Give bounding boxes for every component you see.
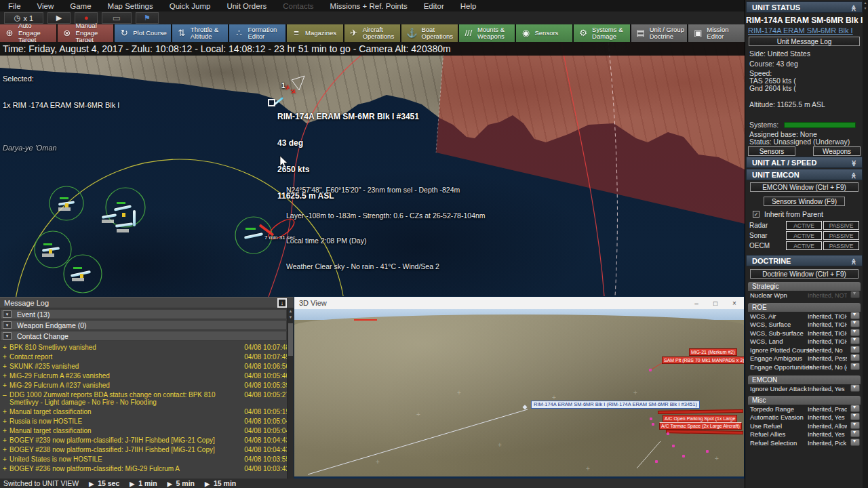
menu-item[interactable]: View — [37, 2, 54, 10]
time-step-button[interactable]: 5 min — [167, 479, 195, 487]
toolbar-button[interactable]: /// Mounts &Weapons — [459, 24, 515, 42]
emcon-window-button[interactable]: EMCON Window (Ctrl + F9) — [750, 182, 859, 192]
menu-item[interactable]: Missions + Ref. Points — [330, 2, 408, 10]
facility-label[interactable]: A/C Open Parking Spot (1x Large — [663, 415, 737, 422]
dropdown-button[interactable] — [850, 354, 860, 361]
sensors-window-button[interactable]: Sensors Window (F9) — [764, 197, 845, 206]
menu-item[interactable]: File — [8, 2, 21, 10]
magazines-icon: ≡ — [292, 28, 301, 38]
toolbar-button[interactable]: ⊕ Auto EngageTarget — [0, 24, 56, 42]
dropdown-button[interactable] — [850, 413, 860, 420]
collapse-icon[interactable] — [3, 332, 12, 340]
menu-item[interactable]: Unit Orders — [226, 2, 267, 10]
active-button[interactable]: ACTIVE — [786, 241, 822, 250]
3d-scene[interactable]: + + + + + + + + + MiG-21 (Merkum #2) SAM… — [294, 309, 744, 476]
facility-label[interactable]: A/C Tarmac Space (2x Large Aircraft) — [659, 422, 742, 430]
passive-button[interactable]: PASSIVE — [823, 241, 859, 250]
log-entry-text: DDG 1000 Zumwalt reports BDA status chan… — [9, 391, 225, 406]
time-step-button[interactable]: 1 min — [130, 479, 157, 487]
menu-item[interactable]: Map Settings — [108, 2, 153, 10]
log-entry-time: 04/08 10:06:50 — [240, 363, 290, 370]
log-scrollbar[interactable]: ▲▼ — [287, 308, 294, 479]
toolbar-button[interactable]: ↻ Plot Course — [115, 24, 171, 42]
sea-name-label: Darya-ye 'Oman — [3, 144, 57, 152]
dropdown-button[interactable] — [850, 337, 860, 344]
toolbar-button[interactable]: ✈ AircraftOperations — [344, 24, 401, 42]
menu-item[interactable]: Quick Jump — [170, 2, 211, 10]
log-scroll-thumb[interactable] — [288, 323, 293, 356]
section-header-emcon[interactable]: UNIT EMCON — [746, 169, 863, 180]
time-step-button[interactable]: 15 min — [205, 479, 236, 487]
menu-item[interactable]: Contacts — [283, 2, 313, 10]
time-step-button[interactable]: 15 sec — [89, 479, 119, 487]
log-group-header[interactable]: Event (13) — [0, 309, 287, 319]
maximize-icon[interactable]: □ — [706, 297, 725, 309]
dropdown-button[interactable] — [850, 422, 860, 429]
menu-item[interactable]: Help — [460, 2, 477, 10]
dropdown-button[interactable] — [850, 405, 860, 412]
play-step-icon[interactable] — [130, 479, 134, 487]
collapse-icon[interactable] — [3, 321, 12, 329]
dropdown-button[interactable] — [850, 320, 860, 327]
dropdown-button[interactable] — [850, 363, 860, 370]
log-group-header[interactable]: Contact Change — [0, 331, 287, 341]
toolbar-button[interactable]: ⇅ Throttle &Altitude — [172, 24, 229, 42]
dropdown-button[interactable] — [850, 312, 860, 319]
toolbar-button[interactable]: ⚙ Systems &Damage — [574, 24, 630, 42]
menu-item[interactable]: Game — [70, 2, 91, 10]
weapons-button[interactable]: Weapons — [813, 146, 861, 156]
section-header-alt-speed[interactable]: UNIT ALT / SPEED — [746, 157, 863, 168]
toolbar-button[interactable]: ▤ Unit / GroupDoctrine — [631, 24, 688, 42]
active-button[interactable]: ACTIVE — [786, 231, 822, 240]
time-compression-value: x 1 — [23, 14, 33, 22]
chevron-up-icon — [850, 171, 857, 179]
toolbar-button[interactable]: ≡ Magazines — [287, 24, 343, 42]
active-button[interactable]: ACTIVE — [786, 221, 822, 230]
log-entry-time: 04/08 10:03:55 — [240, 455, 290, 463]
toolbar-button[interactable]: ⚓ BoatOperations — [401, 24, 458, 42]
unit-message-log-button[interactable]: Unit Message Log — [749, 37, 860, 46]
doctrine-row: WCS, Sub-surface Inherited, TIGHT — [748, 329, 861, 338]
chevron-up-icon — [850, 3, 857, 12]
collapse-icon[interactable] — [3, 310, 12, 318]
inherit-checkbox[interactable] — [753, 211, 760, 218]
minimize-icon[interactable]: – — [687, 297, 706, 309]
unit-class-link[interactable]: RIM-174A ERAM SM-6MR Blk I — [746, 26, 863, 35]
own-unit-label[interactable]: RIM-174A ERAM SM-6MR Blk I (RIM-174A ERA… — [531, 401, 700, 409]
play-step-icon[interactable] — [205, 479, 210, 487]
menu-item[interactable]: Editor — [424, 2, 444, 10]
sensors-button[interactable]: Sensors — [748, 146, 795, 156]
toolbar-button[interactable]: ◉ Sensors — [516, 24, 572, 42]
dropdown-button[interactable] — [850, 384, 860, 392]
dropdown-button[interactable] — [850, 430, 860, 437]
close-icon[interactable]: × — [725, 297, 744, 309]
doctrine-row: Automatic Evasion Inherited, Yes — [748, 413, 861, 422]
doctrine-window-button[interactable]: Doctrine Window (Ctrl + F9) — [750, 269, 859, 279]
bookmark-button[interactable]: ⚑ — [136, 12, 159, 24]
doctrine-row: Ignore Under Attack Inherited, Yes — [748, 384, 861, 393]
dock-arrow-button[interactable]: ↓ — [277, 298, 287, 308]
log-group-header[interactable]: Weapon Endgame (0) — [0, 320, 287, 330]
emcon-row: OECM ACTIVE PASSIVE — [747, 241, 861, 251]
log-entry: + MiG-29 Fulcrum A #236 vanished 04/08 1… — [0, 371, 294, 380]
dropdown-button[interactable] — [850, 439, 860, 446]
toolbar-button[interactable]: ▣ MissionEditor — [688, 24, 745, 42]
toolbar-button[interactable]: ∴ FormationEditor — [229, 24, 285, 42]
dropdown-button[interactable] — [850, 346, 860, 353]
passive-button[interactable]: PASSIVE — [823, 221, 859, 230]
play-step-icon[interactable] — [89, 479, 94, 487]
section-header-unit-status[interactable]: UNIT STATUS — [746, 1, 863, 13]
toolbar-button[interactable]: ⊗ ManualEngage Target — [58, 24, 114, 42]
log-entry-time: 04/08 10:04:43 — [240, 436, 290, 444]
contact-label[interactable]: MiG-21 (Merkum #2) — [689, 348, 737, 356]
dropdown-button[interactable] — [850, 291, 860, 298]
passive-button[interactable]: PASSIVE — [823, 231, 859, 240]
section-header-doctrine[interactable]: DOCTRINE — [746, 255, 863, 266]
sidebar-scrollbar[interactable]: ▲▼ — [863, 0, 868, 488]
friendly-ship-icon[interactable] — [133, 210, 136, 226]
dropdown-button[interactable] — [850, 329, 860, 336]
doctrine-row: WCS, Air Inherited, TIGHT — [748, 312, 861, 321]
contact-label[interactable]: SAM Plt (RBS 70 Mk1 MANPADS x 3) — [662, 357, 744, 364]
play-step-icon[interactable] — [167, 479, 172, 487]
unit-course: Course: 43 deg — [746, 60, 863, 68]
